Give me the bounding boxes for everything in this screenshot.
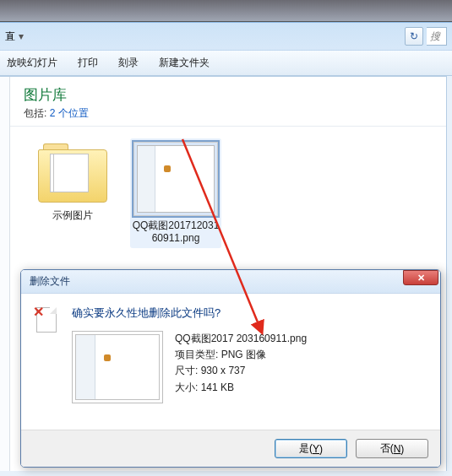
toolbar-slideshow[interactable]: 放映幻灯片 — [7, 56, 57, 70]
refresh-button[interactable]: ↻ — [405, 27, 423, 46]
yes-label: 是( — [299, 441, 313, 456]
library-header: 图片库 包括: 2 个位置 — [0, 77, 446, 127]
type-value: PNG 图像 — [221, 349, 266, 360]
dimensions-value: 930 x 737 — [201, 365, 246, 376]
no-button[interactable]: 否(N) — [356, 439, 428, 458]
dialog-question: 确实要永久性地删除此文件吗? — [72, 306, 427, 321]
yes-button[interactable]: 是(Y) — [275, 439, 347, 458]
library-title: 图片库 — [24, 85, 446, 105]
dialog-detail: QQ截图2017 203160911.png 项目类型: PNG 图像 尺寸: … — [72, 331, 427, 403]
item-caption: QQ截图2017120316091​1.png — [130, 219, 221, 245]
close-icon: ✕ — [417, 273, 425, 284]
delete-dialog: 删除文件 ✕ ✕ 确实要永久性地删除此文件吗? QQ截图2017 2031609… — [20, 269, 441, 468]
yes-accelerator: Y — [313, 443, 319, 455]
command-toolbar: 放映幻灯片 打印 刻录 新建文件夹 — [0, 50, 452, 76]
library-locations-link[interactable]: 2 个位置 — [50, 107, 89, 119]
desktop-background-slice — [0, 0, 452, 22]
file-thumbnail — [133, 142, 218, 216]
file-item-selected[interactable]: QQ截图2017120316091​1.png — [130, 138, 221, 248]
dialog-file-info: QQ截图2017 203160911.png 项目类型: PNG 图像 尺寸: … — [175, 331, 307, 403]
sidebar-edge — [0, 77, 10, 471]
dialog-close-button[interactable]: ✕ — [403, 270, 438, 285]
items-view: 示例图片 QQ截图2017120316091​1.png — [0, 127, 446, 248]
delete-file-icon: ✕ — [35, 306, 58, 334]
dialog-body: ✕ 确实要永久性地删除此文件吗? QQ截图2017 203160911.png … — [21, 294, 440, 410]
menu-fragment[interactable]: 直 — [5, 30, 15, 44]
refresh-icon: ↻ — [410, 30, 418, 42]
address-bar-row: 直 ▾ ↻ 搜 — [0, 23, 452, 50]
folder-item[interactable]: 示例图片 — [27, 138, 118, 248]
folder-icon — [38, 142, 107, 203]
type-label: 项目类型: — [175, 349, 218, 360]
library-subtitle: 包括: 2 个位置 — [24, 106, 446, 121]
no-accelerator: N — [394, 443, 401, 455]
no-tail: ) — [400, 443, 404, 455]
dialog-footer: 是(Y) 否(N) — [21, 430, 440, 467]
toolbar-new-folder[interactable]: 新建文件夹 — [159, 56, 210, 70]
library-sub-prefix: 包括: — [24, 107, 50, 119]
yes-tail: ) — [319, 443, 323, 455]
toolbar-burn[interactable]: 刻录 — [118, 56, 139, 70]
dimensions-label: 尺寸: — [175, 365, 198, 376]
dialog-titlebar[interactable]: 删除文件 ✕ — [21, 270, 440, 294]
dialog-title: 删除文件 — [30, 274, 403, 289]
filesize-label: 大小: — [175, 381, 198, 393]
no-label: 否( — [380, 441, 394, 456]
filesize-value: 141 KB — [201, 381, 234, 393]
dialog-filename: QQ截图2017 203160911.png — [175, 331, 307, 347]
item-caption: 示例图片 — [27, 209, 118, 222]
search-placeholder: 搜 — [430, 30, 440, 44]
search-input[interactable]: 搜 — [427, 27, 447, 46]
dialog-file-thumbnail — [72, 331, 163, 403]
toolbar-print[interactable]: 打印 — [78, 56, 98, 70]
